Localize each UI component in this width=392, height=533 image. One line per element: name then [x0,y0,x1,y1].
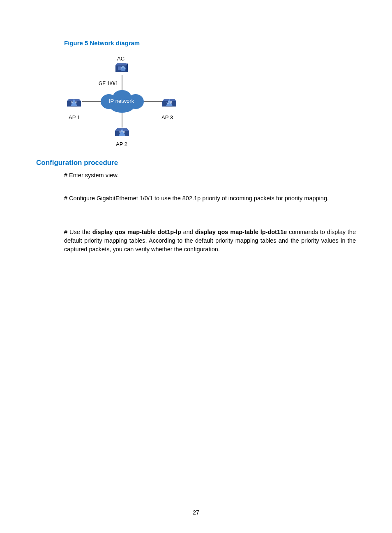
svg-text:((•)): ((•)) [71,100,77,104]
ap3-label: AP 3 [161,114,173,121]
ap3-device-icon: ((•)) [161,97,178,109]
svg-rect-13 [118,67,121,70]
p3-cmd2: display qos map-table lp-dot11e [195,229,287,235]
svg-text:((•)): ((•)) [119,130,125,133]
section-heading: Configuration procedure [36,159,118,167]
figure-title: Figure 5 Network diagram [64,39,140,46]
ap2-label: AP 2 [116,141,127,147]
ap1-device-icon: ((•)) [66,97,82,109]
ac-label: AC [117,56,125,62]
p3-text-pre: # Use the [64,229,92,235]
p3-text-mid: and [181,229,195,235]
paragraph-1: # Enter system view. [64,171,356,180]
ge-interface-label: GE 1/0/1 [99,81,118,86]
paragraph-2: # Configure GigabitEthernet 1/0/1 to use… [64,194,356,203]
svg-point-12 [120,66,125,71]
ac-device-icon [114,63,129,75]
p3-cmd1: display qos map-table dot1p-lp [92,229,181,235]
ap1-label: AP 1 [69,114,80,121]
svg-marker-10 [115,63,128,65]
page-number: 27 [0,509,392,516]
ap2-device-icon: ((•)) [114,127,130,138]
svg-text:((•)): ((•)) [166,100,172,104]
ip-network-label: IP network [109,98,134,104]
paragraph-3: # Use the display qos map-table dot1p-lp… [64,228,356,254]
